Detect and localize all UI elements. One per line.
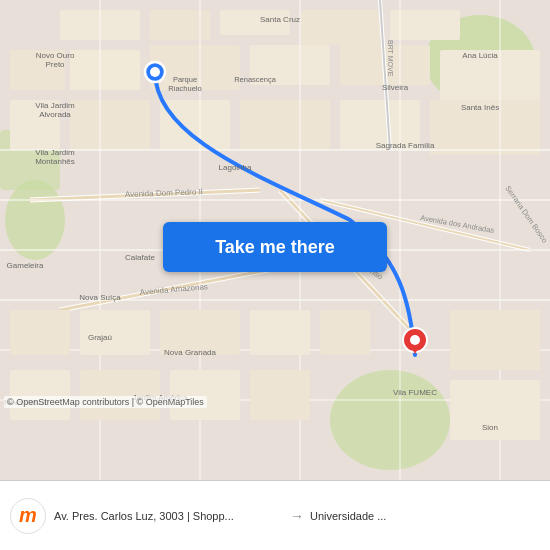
moovit-logo: m <box>10 498 46 534</box>
svg-rect-47 <box>320 310 370 355</box>
take-me-there-button[interactable]: Take me there <box>163 222 387 272</box>
svg-text:Santa Inês: Santa Inês <box>461 103 499 112</box>
svg-rect-51 <box>250 370 310 420</box>
svg-text:Ana Lúcia: Ana Lúcia <box>462 51 498 60</box>
svg-point-55 <box>150 67 160 77</box>
svg-rect-48 <box>10 370 70 420</box>
bottom-bar: m Av. Pres. Carlos Luz, 3003 | Shopp... … <box>0 480 550 550</box>
svg-text:Riachuelo: Riachuelo <box>168 84 201 93</box>
svg-text:Vila Jardim: Vila Jardim <box>35 101 75 110</box>
moovit-letter: m <box>19 504 37 527</box>
svg-point-57 <box>410 335 420 345</box>
svg-text:Vila Jardim: Vila Jardim <box>35 148 75 157</box>
svg-rect-19 <box>240 100 330 150</box>
svg-text:Nova Suíça: Nova Suíça <box>79 293 121 302</box>
svg-text:Gameleira: Gameleira <box>7 261 44 270</box>
svg-text:Renascença: Renascença <box>234 75 277 84</box>
svg-text:Parque: Parque <box>173 75 197 84</box>
svg-text:Grajaú: Grajaú <box>88 333 112 342</box>
svg-text:Novo Ouro: Novo Ouro <box>36 51 75 60</box>
map-container: Santa Cruz Ana Lúcia Novo Ouro Preto Sil… <box>0 0 550 480</box>
svg-rect-43 <box>10 310 70 355</box>
map-attribution: © OpenStreetMap contributors | © OpenMap… <box>4 396 207 408</box>
route-to: Universidade ... <box>310 510 540 522</box>
svg-text:Alvorada: Alvorada <box>39 110 71 119</box>
svg-rect-18 <box>160 100 230 150</box>
svg-text:Calafate: Calafate <box>125 253 155 262</box>
svg-text:Montanhês: Montanhês <box>35 157 75 166</box>
svg-text:Lagoinha: Lagoinha <box>219 163 252 172</box>
svg-point-2 <box>5 180 65 260</box>
svg-text:Vila FUMEC: Vila FUMEC <box>393 388 437 397</box>
svg-text:Nova Granada: Nova Granada <box>164 348 217 357</box>
svg-text:BRT MOVE: BRT MOVE <box>387 40 394 77</box>
svg-rect-17 <box>70 100 150 150</box>
svg-rect-8 <box>300 10 380 45</box>
svg-text:Santa Cruz: Santa Cruz <box>260 15 300 24</box>
svg-rect-11 <box>70 50 140 90</box>
route-info: Av. Pres. Carlos Luz, 3003 | Shopp... → … <box>54 508 540 524</box>
svg-text:Preto: Preto <box>45 60 65 69</box>
svg-text:Sion: Sion <box>482 423 498 432</box>
route-arrow-icon: → <box>290 508 304 524</box>
svg-text:Silveira: Silveira <box>382 83 409 92</box>
svg-point-4 <box>330 370 450 470</box>
route-from: Av. Pres. Carlos Luz, 3003 | Shopp... <box>54 510 284 522</box>
svg-rect-46 <box>250 310 310 355</box>
svg-text:Sagrada Família: Sagrada Família <box>376 141 435 150</box>
svg-rect-52 <box>450 310 540 370</box>
